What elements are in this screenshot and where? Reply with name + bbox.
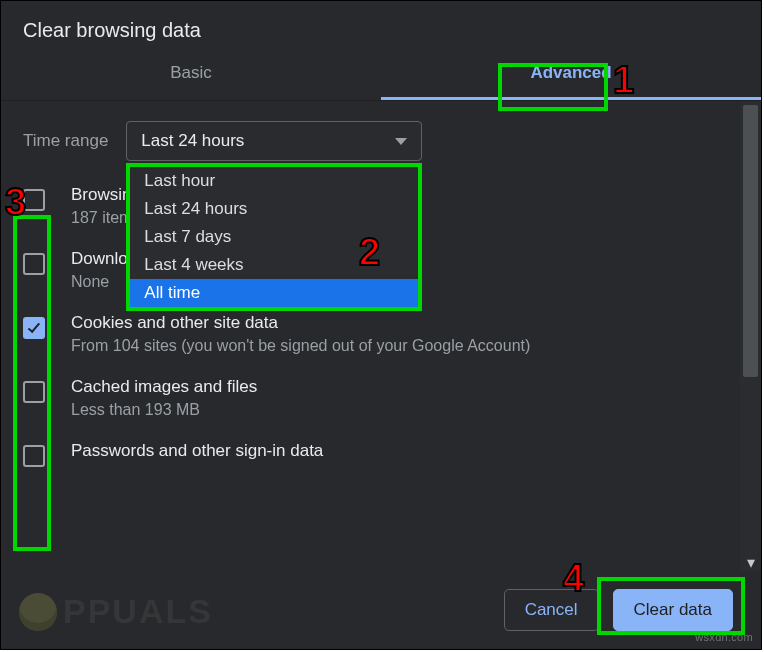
dropdown-option-last-24-hours[interactable]: Last 24 hours bbox=[130, 195, 418, 223]
dropdown-option-last-7-days[interactable]: Last 7 days bbox=[130, 223, 418, 251]
tab-advanced[interactable]: Advanced bbox=[381, 63, 761, 100]
checkbox-passwords[interactable] bbox=[23, 445, 45, 467]
row-sub: From 104 sites (you won't be signed out … bbox=[71, 337, 530, 355]
dropdown-option-all-time[interactable]: All time bbox=[130, 279, 418, 307]
tab-basic[interactable]: Basic bbox=[1, 63, 381, 100]
checkbox-browsing-history[interactable] bbox=[23, 189, 45, 211]
brand-text: PPUALS bbox=[63, 592, 213, 631]
row-title: Passwords and other sign-in data bbox=[71, 441, 323, 461]
row-cached[interactable]: Cached images and files Less than 193 MB bbox=[23, 377, 728, 419]
dropdown-option-last-hour[interactable]: Last hour bbox=[130, 167, 418, 195]
time-range-label: Time range bbox=[23, 131, 108, 151]
clear-data-button[interactable]: Clear data bbox=[613, 589, 733, 631]
chevron-down-icon bbox=[395, 138, 407, 145]
clear-browsing-data-dialog: Clear browsing data Basic Advanced Time … bbox=[0, 0, 762, 650]
content-area: Time range Last 24 hours Last hour Last … bbox=[1, 100, 761, 571]
tabs: Basic Advanced bbox=[1, 52, 761, 100]
row-cookies[interactable]: Cookies and other site data From 104 sit… bbox=[23, 313, 728, 355]
scrollbar-vertical[interactable]: ▴ ▾ bbox=[740, 101, 761, 571]
row-title: Cached images and files bbox=[71, 377, 257, 397]
row-passwords[interactable]: Passwords and other sign-in data bbox=[23, 441, 728, 467]
time-range-selected-value: Last 24 hours bbox=[141, 131, 244, 151]
scrollbar-thumb[interactable] bbox=[743, 105, 758, 377]
checkbox-download-history[interactable] bbox=[23, 253, 45, 275]
scrollbar-down-arrow-icon[interactable]: ▾ bbox=[740, 553, 761, 571]
brand-watermark: PPUALS bbox=[19, 592, 213, 631]
time-range-select-wrap: Last 24 hours Last hour Last 24 hours La… bbox=[126, 121, 422, 161]
cancel-button[interactable]: Cancel bbox=[504, 589, 599, 631]
brand-logo-icon bbox=[19, 593, 57, 631]
dropdown-option-last-4-weeks[interactable]: Last 4 weeks bbox=[130, 251, 418, 279]
time-range-select[interactable]: Last 24 hours bbox=[126, 121, 422, 161]
row-sub: Less than 193 MB bbox=[71, 401, 257, 419]
source-watermark: wsxdn.com bbox=[695, 631, 753, 643]
row-title: Cookies and other site data bbox=[71, 313, 530, 333]
checkmark-icon bbox=[28, 320, 40, 333]
time-range-row: Time range Last 24 hours Last hour Last … bbox=[23, 121, 728, 161]
checkbox-cached[interactable] bbox=[23, 381, 45, 403]
scroll-region: Time range Last 24 hours Last hour Last … bbox=[1, 101, 740, 571]
time-range-dropdown: Last hour Last 24 hours Last 7 days Last… bbox=[126, 163, 422, 311]
checkbox-cookies[interactable] bbox=[23, 317, 45, 339]
dialog-title: Clear browsing data bbox=[1, 1, 761, 52]
